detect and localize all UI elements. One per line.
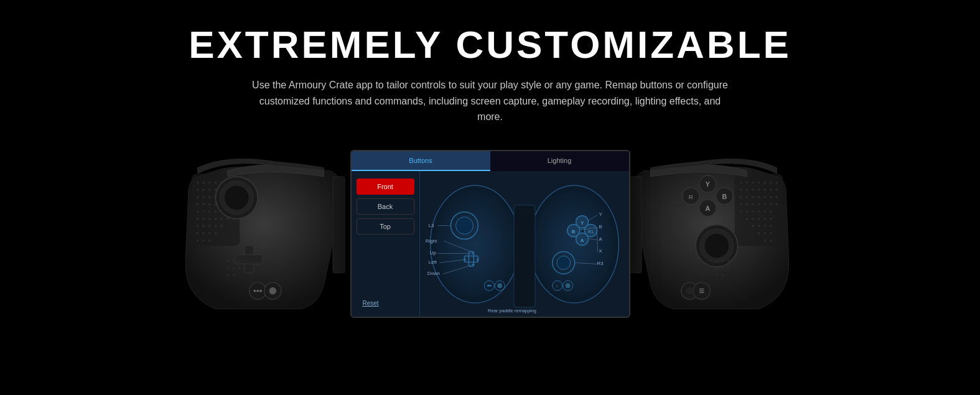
svg-point-145 bbox=[757, 196, 760, 198]
tab-lighting[interactable]: Lighting bbox=[490, 151, 629, 171]
svg-point-45 bbox=[208, 225, 210, 227]
btn-front[interactable]: Front bbox=[357, 179, 414, 195]
svg-point-8 bbox=[196, 188, 198, 191]
svg-point-73 bbox=[226, 274, 228, 277]
svg-point-24 bbox=[208, 203, 210, 206]
svg-point-141 bbox=[775, 188, 778, 191]
svg-point-89 bbox=[497, 283, 502, 288]
svg-point-77 bbox=[455, 217, 473, 235]
svg-point-65 bbox=[269, 287, 276, 295]
svg-text:Y: Y bbox=[705, 180, 709, 188]
svg-point-146 bbox=[763, 196, 766, 198]
svg-rect-193 bbox=[629, 177, 641, 273]
svg-point-52 bbox=[196, 239, 198, 242]
svg-point-38 bbox=[208, 218, 210, 220]
svg-point-75 bbox=[430, 185, 519, 303]
svg-point-139 bbox=[763, 188, 766, 191]
svg-point-37 bbox=[202, 218, 205, 220]
svg-rect-104 bbox=[514, 205, 535, 307]
svg-point-174 bbox=[763, 239, 766, 242]
svg-point-22 bbox=[196, 203, 198, 206]
svg-point-130 bbox=[751, 182, 754, 184]
svg-point-15 bbox=[196, 196, 198, 198]
svg-point-160 bbox=[763, 210, 766, 213]
svg-point-150 bbox=[745, 203, 748, 206]
svg-point-164 bbox=[757, 218, 760, 220]
svg-point-43 bbox=[196, 225, 198, 227]
svg-point-32 bbox=[214, 210, 217, 213]
svg-point-200 bbox=[715, 274, 717, 277]
svg-point-62 bbox=[253, 290, 256, 292]
svg-point-54 bbox=[208, 239, 210, 242]
svg-point-48 bbox=[196, 232, 198, 235]
svg-text:B: B bbox=[599, 224, 602, 230]
svg-point-1 bbox=[196, 182, 198, 184]
svg-point-175 bbox=[769, 239, 772, 242]
svg-text:A: A bbox=[705, 205, 710, 212]
reset-link[interactable]: Reset bbox=[357, 297, 414, 309]
svg-point-137 bbox=[751, 188, 754, 191]
svg-point-152 bbox=[757, 203, 760, 206]
svg-point-16 bbox=[202, 196, 205, 198]
svg-point-165 bbox=[763, 218, 766, 220]
svg-point-39 bbox=[214, 218, 217, 220]
page-subtitle: Use the Armoury Crate app to tailor cont… bbox=[248, 77, 733, 125]
left-controller-svg bbox=[179, 141, 378, 321]
svg-point-36 bbox=[196, 218, 198, 220]
svg-text:≡: ≡ bbox=[556, 284, 559, 288]
diagram-area: Y B R1 A ≡ bbox=[420, 171, 629, 317]
svg-text:A: A bbox=[580, 237, 584, 243]
svg-point-189 bbox=[686, 287, 693, 295]
svg-point-46 bbox=[214, 225, 217, 227]
svg-rect-192 bbox=[699, 292, 704, 293]
svg-point-169 bbox=[763, 225, 766, 227]
phone-screen: Buttons Lighting Front Back Top Reset bbox=[350, 150, 630, 318]
svg-point-68 bbox=[232, 259, 235, 262]
svg-point-4 bbox=[214, 182, 217, 184]
svg-point-135 bbox=[739, 188, 742, 191]
svg-text:Y: Y bbox=[599, 211, 602, 217]
svg-point-53 bbox=[202, 239, 205, 242]
svg-point-126 bbox=[565, 283, 570, 288]
svg-point-63 bbox=[256, 290, 259, 292]
svg-point-70 bbox=[226, 267, 228, 269]
svg-point-148 bbox=[775, 196, 778, 198]
svg-point-156 bbox=[739, 210, 742, 213]
svg-text:L3: L3 bbox=[428, 223, 434, 228]
svg-point-143 bbox=[745, 196, 748, 198]
svg-point-154 bbox=[769, 203, 772, 206]
btn-back[interactable]: Back bbox=[357, 198, 414, 215]
svg-point-49 bbox=[202, 232, 205, 235]
svg-point-72 bbox=[238, 267, 241, 269]
svg-point-131 bbox=[757, 182, 760, 184]
btn-top[interactable]: Top bbox=[357, 218, 414, 235]
svg-point-136 bbox=[745, 188, 748, 191]
svg-point-170 bbox=[769, 225, 772, 227]
svg-point-50 bbox=[208, 232, 210, 235]
svg-point-87 bbox=[489, 285, 491, 287]
header-section: EXTREMELY CUSTOMIZABLE Use the Armoury C… bbox=[189, 0, 791, 125]
svg-point-23 bbox=[202, 203, 205, 206]
controller-scene: Buttons Lighting Front Back Top Reset bbox=[179, 131, 801, 337]
svg-point-57 bbox=[225, 185, 249, 210]
page-title: EXTREMELY CUSTOMIZABLE bbox=[189, 24, 791, 66]
svg-text:A: A bbox=[599, 236, 602, 241]
svg-text:R1: R1 bbox=[588, 230, 594, 234]
svg-point-29 bbox=[196, 210, 198, 213]
svg-point-134 bbox=[775, 182, 778, 184]
tab-buttons[interactable]: Buttons bbox=[352, 151, 490, 171]
svg-point-157 bbox=[745, 210, 748, 213]
controller-diagram: Y B R1 A ≡ bbox=[420, 171, 629, 317]
svg-text:Left: Left bbox=[428, 259, 437, 265]
svg-point-41 bbox=[226, 218, 228, 220]
svg-point-74 bbox=[232, 274, 235, 277]
svg-rect-127 bbox=[734, 174, 782, 246]
svg-text:R3: R3 bbox=[597, 261, 604, 266]
svg-point-167 bbox=[751, 225, 754, 227]
svg-text:Y: Y bbox=[580, 220, 584, 226]
svg-text:Rear paddle remapping: Rear paddle remapping bbox=[488, 308, 536, 314]
svg-point-194 bbox=[715, 259, 717, 262]
svg-point-198 bbox=[721, 267, 724, 269]
svg-point-163 bbox=[751, 218, 754, 220]
svg-point-90 bbox=[529, 185, 618, 303]
